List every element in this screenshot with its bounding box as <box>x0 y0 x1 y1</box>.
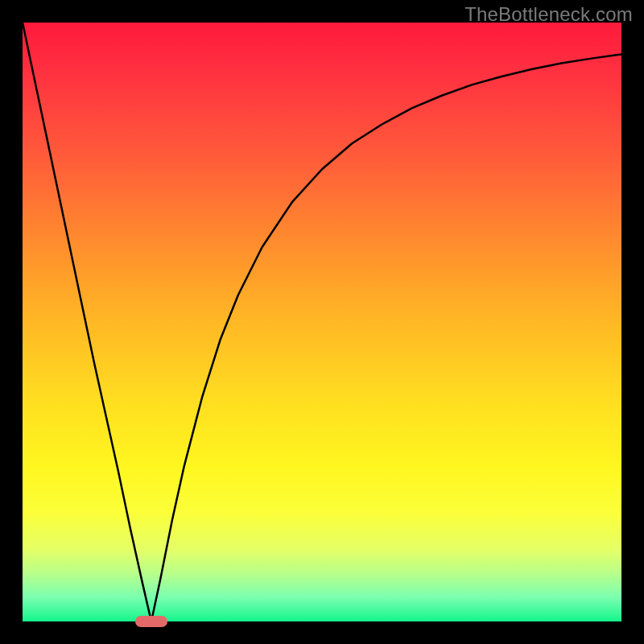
chart-frame: TheBottleneck.com <box>0 0 644 644</box>
bottleneck-curve <box>23 23 621 621</box>
curve-svg <box>23 23 621 621</box>
optimal-marker <box>135 616 167 627</box>
plot-area <box>23 23 621 621</box>
